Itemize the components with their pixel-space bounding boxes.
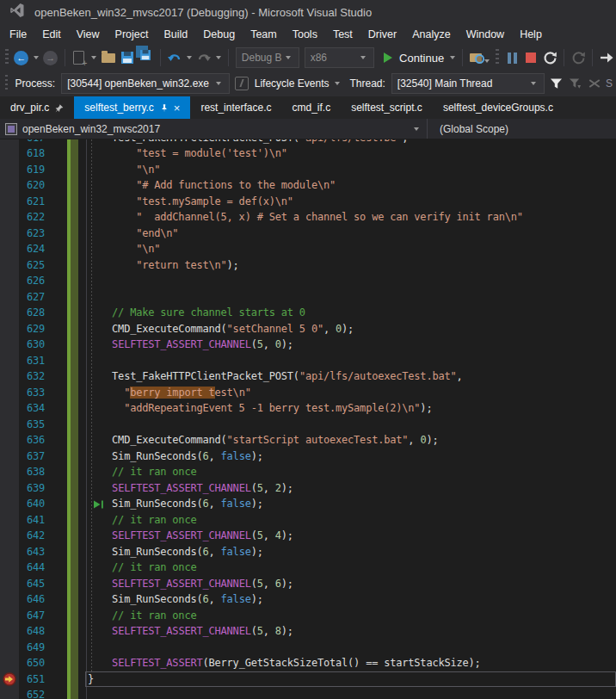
code-line[interactable]: 639 SELFTEST_ASSERT_CHANNEL(5, 2); (0, 480, 616, 497)
glyph-margin-cell[interactable] (0, 177, 19, 194)
tab-drv_pir.c[interactable]: drv_pir.c (0, 96, 74, 119)
flag-threads-button[interactable] (566, 73, 585, 94)
code-line[interactable]: 649 (0, 640, 616, 656)
code-line[interactable]: 623 "end\n" (0, 226, 616, 242)
glyph-margin-cell[interactable] (0, 400, 19, 417)
menu-item-driver[interactable]: Driver (360, 26, 404, 43)
glyph-margin-cell[interactable] (0, 576, 19, 592)
menu-item-test[interactable]: Test (325, 26, 360, 43)
new-item-button[interactable] (70, 47, 89, 68)
glyph-margin-cell[interactable] (0, 368, 19, 385)
continue-dropdown-caret[interactable] (450, 56, 455, 59)
glyph-margin-cell[interactable] (0, 273, 19, 289)
glyph-margin-cell[interactable] (0, 241, 19, 257)
code-line[interactable]: 645 SELFTEST_ASSERT_CHANNEL(5, 6); (0, 576, 616, 592)
code-line[interactable]: 647 // it ran once (0, 608, 616, 624)
code-line[interactable]: 638 // it ran once (0, 464, 616, 480)
code-line[interactable]: 646 Sim_RunSeconds(6, false); (0, 591, 616, 608)
lifecycle-dropdown-caret[interactable] (335, 82, 340, 85)
glyph-margin-cell[interactable] (0, 385, 19, 401)
code-line[interactable]: 622 " addChannel(5, x) # Set a channel s… (0, 209, 616, 226)
back-dropdown-caret[interactable] (34, 56, 39, 59)
filter-threads-button[interactable] (547, 73, 566, 94)
code-line[interactable]: 644 // it ran once (0, 560, 616, 576)
code-line[interactable]: 628 // Make sure channel starts at 0 (0, 305, 616, 321)
menu-item-window[interactable]: Window (459, 26, 512, 43)
code-line[interactable]: 620 "# Add functions to the module\n" (0, 177, 616, 194)
code-editor[interactable]: 617 Test_FakeHTTPClientPacket_POST("api/… (0, 139, 616, 699)
menu-item-tools[interactable]: Tools (285, 26, 325, 43)
redo-dropdown-caret[interactable] (216, 56, 221, 59)
save-button[interactable] (118, 47, 137, 68)
apply-code-changes-button[interactable] (569, 47, 588, 68)
project-dropdown-caret[interactable] (414, 127, 419, 131)
show-threads-in-source-button[interactable] (467, 47, 486, 68)
glyph-margin-cell[interactable] (0, 560, 19, 576)
glyph-margin-cell[interactable] (0, 623, 19, 640)
new-item-dropdown-caret[interactable] (91, 56, 96, 59)
code-line[interactable]: 626 (0, 273, 616, 289)
glyph-margin-cell[interactable] (0, 640, 19, 656)
code-line[interactable]: 643 Sim_RunSeconds(6, false); (0, 544, 616, 560)
code-line[interactable]: 625 "return test\n"); (0, 257, 616, 274)
glyph-margin-cell[interactable] (0, 448, 19, 465)
glyph-margin-cell[interactable] (0, 289, 19, 306)
code-line[interactable]: 627 (0, 289, 616, 306)
tab-selftest_berry.c[interactable]: selftest_berry.c× (74, 96, 190, 119)
code-line[interactable]: 629 CMD_ExecuteCommand("setChannel 5 0",… (0, 321, 616, 337)
code-line[interactable]: 637 Sim_RunSeconds(6, false); (0, 448, 616, 465)
code-line[interactable]: 619 "\n" (0, 162, 616, 178)
glyph-margin-cell[interactable] (0, 321, 19, 337)
glyph-margin-cell[interactable] (0, 464, 19, 480)
glyph-margin-cell[interactable] (0, 512, 19, 529)
code-line[interactable]: 651} (0, 671, 616, 688)
glyph-margin-cell[interactable] (0, 337, 19, 353)
menu-item-debug[interactable]: Debug (195, 26, 243, 43)
restart-button[interactable] (540, 47, 559, 68)
glyph-margin-cell[interactable] (0, 305, 19, 321)
tab-cmd_if.c[interactable]: cmd_if.c (281, 96, 341, 119)
glyph-margin-cell[interactable] (0, 544, 19, 560)
pin-button[interactable] (55, 103, 64, 113)
code-line[interactable]: 632 Test_FakeHTTPClientPacket_POST("api/… (0, 368, 616, 385)
stop-debugging-button[interactable] (521, 47, 540, 68)
glyph-margin-cell[interactable] (0, 480, 19, 497)
glyph-margin-cell[interactable] (0, 655, 19, 671)
toolbar-grip[interactable] (5, 49, 9, 66)
glyph-margin-cell[interactable] (0, 687, 19, 699)
glyph-margin-cell[interactable] (0, 528, 19, 544)
code-line[interactable]: 618 "test = module('test')\n" (0, 145, 616, 162)
menu-item-build[interactable]: Build (156, 26, 195, 43)
glyph-margin-cell[interactable] (0, 591, 19, 608)
toolbar-grip[interactable] (496, 49, 499, 66)
menu-item-team[interactable]: Team (243, 26, 285, 43)
menu-item-analyze[interactable]: Analyze (404, 26, 458, 43)
code-line[interactable]: 633 "berry import test\n" (0, 385, 616, 401)
project-scope-dropdown[interactable]: openBeken_win32_mvsc2017 (0, 119, 428, 139)
glyph-margin-cell[interactable] (0, 353, 19, 369)
close-tab-button[interactable]: × (174, 102, 181, 114)
glyph-margin-cell[interactable] (0, 257, 19, 274)
glyph-margin-cell[interactable] (0, 432, 19, 448)
glyph-margin-cell[interactable] (0, 194, 19, 210)
break-all-button[interactable] (502, 47, 521, 68)
menu-item-help[interactable]: Help (512, 26, 550, 43)
tab-selftest_deviceGroups.c[interactable]: selftest_deviceGroups.c (433, 96, 564, 119)
solution-configuration-combo[interactable]: Debug B (236, 47, 299, 68)
glyph-margin-cell[interactable] (0, 608, 19, 624)
glyph-margin-cell[interactable] (0, 139, 19, 145)
glyph-margin-cell[interactable] (0, 226, 19, 242)
code-line[interactable]: 624 "\n" (0, 241, 616, 257)
suppress-state-button[interactable] (585, 73, 604, 94)
glyph-margin-cell[interactable] (0, 496, 19, 512)
breakpoint-glyph[interactable] (0, 671, 19, 688)
threads-dropdown-caret[interactable] (484, 59, 490, 63)
tab-selftest_script.c[interactable]: selftest_script.c (341, 96, 433, 119)
undo-dropdown-caret[interactable] (187, 56, 192, 59)
save-all-button[interactable] (137, 47, 156, 68)
scope-dropdown[interactable]: (Global Scope) (428, 119, 508, 139)
code-line[interactable]: 634 "addRepeatingEvent 5 -1 berry test.m… (0, 400, 616, 417)
code-line[interactable]: 650 SELFTEST_ASSERT(Berry_GetStackSizeTo… (0, 655, 616, 671)
menu-item-edit[interactable]: Edit (34, 26, 69, 43)
glyph-margin-cell[interactable] (0, 145, 19, 162)
